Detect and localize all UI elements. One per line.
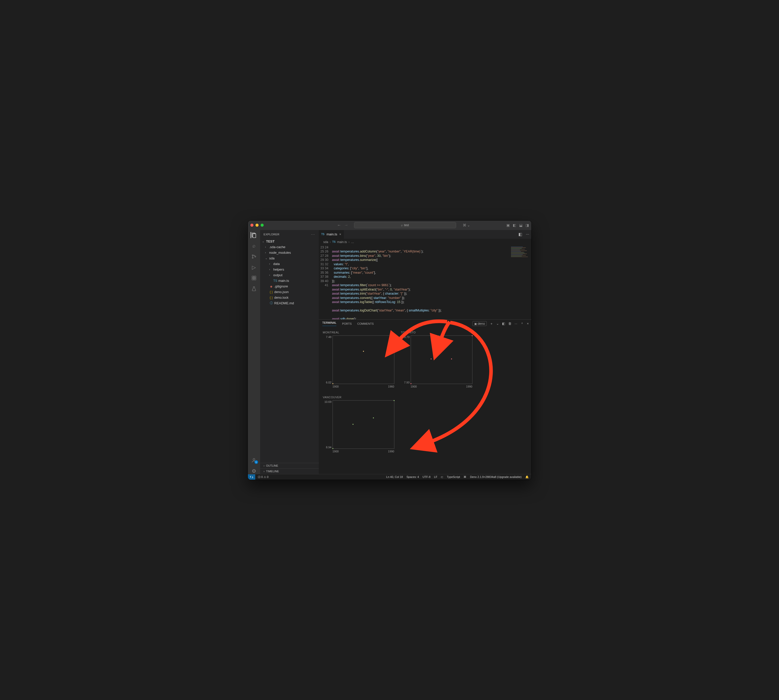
remote-indicator[interactable]: [248, 474, 255, 480]
zoom-window-button[interactable]: [261, 223, 264, 227]
svg-rect-6: [252, 278, 254, 280]
svg-point-4: [255, 256, 255, 257]
svg-point-2: [252, 255, 253, 255]
terminal-task[interactable]: ▣ deno: [473, 321, 487, 326]
tree-item[interactable]: ◈.gitignore: [260, 283, 319, 289]
file-tree: ⌄TEST ›.sda-cache›node_modules⌄sda›data›…: [260, 239, 319, 463]
panel-left-icon[interactable]: ◧: [513, 223, 516, 227]
vscode-window: ← → ⌕ test ⌘ ⌄ ▣ ◧ ⬓ ◨ ⌕ ▷ ⚙: [248, 220, 532, 480]
tree-item[interactable]: ›helpers: [260, 267, 319, 272]
split-terminal-icon[interactable]: ◧: [502, 322, 505, 325]
panel-tab-comments[interactable]: COMMENTS: [357, 322, 374, 325]
run-debug-icon[interactable]: ▷: [251, 264, 257, 270]
chart-title: VANCOUVER: [323, 396, 394, 399]
split-editor-icon[interactable]: ◧: [518, 232, 522, 237]
outline-section[interactable]: ›OUTLINE: [260, 463, 319, 468]
notifications-icon[interactable]: 🔔: [525, 475, 529, 479]
search-text: test: [404, 223, 409, 227]
svg-rect-7: [254, 278, 256, 280]
explorer-title: EXPLORER: [264, 233, 280, 236]
tree-item[interactable]: { }deno.lock: [260, 295, 319, 300]
tree-item[interactable]: ›.sda-cache: [260, 244, 319, 250]
svg-point-3: [252, 257, 253, 258]
code-editor[interactable]: 23 24 25 26 27 28 29 30 31 32 33 34 35 3…: [319, 245, 531, 319]
command-center-search[interactable]: ⌕ test: [354, 222, 456, 228]
nav-back-icon[interactable]: ←: [337, 223, 341, 227]
chart-title: TORONTO: [401, 331, 473, 334]
source-control-icon[interactable]: [251, 253, 257, 260]
copilot-icon[interactable]: ⌘ ⌄: [463, 223, 470, 227]
tree-item[interactable]: ⓘREADME.md: [260, 300, 319, 306]
prettier-icon[interactable]: ⸦: [441, 475, 443, 479]
copilot-status-icon[interactable]: ⌘: [464, 475, 466, 479]
dot-chart: VANCOUVER 10.698.94 19001990: [323, 396, 394, 453]
language-mode[interactable]: TypeScript: [447, 475, 460, 478]
editor-area: TS main.ts × ◧ ··· sda› TS main.ts› … 23…: [319, 230, 531, 474]
encoding[interactable]: UTF-8: [423, 475, 430, 478]
editor-tabs: TS main.ts × ◧ ···: [319, 230, 531, 239]
tree-item[interactable]: ›node_modules: [260, 250, 319, 255]
explorer-more-icon[interactable]: ···: [311, 233, 315, 236]
activity-bar: ⌕ ▷ ⚙: [248, 230, 260, 474]
status-bar: ⓧ 0 ⚠ 0 Ln 40, Col 18 Spaces: 4 UTF-8 LF…: [248, 474, 531, 480]
tree-item[interactable]: TSmain.ts: [260, 278, 319, 283]
nav-arrows: ← →: [337, 223, 348, 227]
deno-version[interactable]: Deno 2.1.9+28834a8 (Upgrade available): [470, 475, 521, 478]
minimap[interactable]: [511, 247, 530, 267]
new-terminal-icon[interactable]: ＋: [490, 322, 493, 326]
search-icon: ⌕: [401, 223, 403, 227]
testing-icon[interactable]: [251, 286, 257, 292]
panel-tabs: TERMINAL PORTS COMMENTS ▣ deno ＋ ⌄ ◧ 🗑 ·…: [319, 320, 531, 328]
more-editor-icon[interactable]: ···: [526, 232, 529, 237]
close-tab-icon[interactable]: ×: [339, 232, 341, 236]
panel-right-icon[interactable]: ◨: [526, 223, 529, 227]
timeline-section[interactable]: ›TIMELINE: [260, 468, 319, 474]
breadcrumbs[interactable]: sda› TS main.ts› …: [319, 239, 531, 245]
extensions-icon[interactable]: [251, 275, 257, 281]
eol[interactable]: LF: [434, 475, 438, 478]
maximize-panel-icon[interactable]: ＾: [521, 322, 524, 326]
problems-indicator[interactable]: ⓧ 0 ⚠ 0: [258, 475, 268, 479]
layout-icon[interactable]: ▣: [506, 223, 510, 227]
workspace-root[interactable]: ⌄TEST: [260, 239, 319, 244]
tab-label: main.ts: [326, 232, 337, 236]
bottom-panel: TERMINAL PORTS COMMENTS ▣ deno ＋ ⌄ ◧ 🗑 ·…: [319, 319, 531, 474]
panel-tab-ports[interactable]: PORTS: [342, 322, 352, 325]
tree-item[interactable]: { }deno.json: [260, 289, 319, 295]
close-window-button[interactable]: [250, 223, 253, 227]
explorer-icon[interactable]: [251, 232, 257, 238]
svg-rect-5: [252, 276, 254, 278]
svg-rect-1: [253, 233, 256, 238]
tree-item[interactable]: ›data: [260, 261, 319, 267]
panel-tab-terminal[interactable]: TERMINAL: [322, 321, 337, 326]
terminal-more-icon[interactable]: ···: [514, 322, 518, 325]
terminal-dropdown-icon[interactable]: ⌄: [496, 322, 499, 325]
ts-file-icon: TS: [321, 233, 325, 236]
search-activity-icon[interactable]: ⌕: [251, 243, 257, 249]
svg-point-9: [253, 458, 255, 460]
indentation[interactable]: Spaces: 4: [406, 475, 419, 478]
dot-chart: TORONTO 9.737.93 19001990: [401, 331, 473, 388]
settings-gear-icon[interactable]: ⚙: [251, 468, 257, 474]
window-controls: [250, 223, 264, 227]
tab-main-ts[interactable]: TS main.ts ×: [319, 230, 344, 239]
chart-title: MONTREAL: [323, 331, 394, 334]
minimize-window-button[interactable]: [255, 223, 258, 227]
svg-rect-8: [254, 276, 256, 278]
terminal-output[interactable]: MONTREAL 7.486.02 19001960 TORONTO 9.737…: [319, 328, 531, 474]
panel-bottom-icon[interactable]: ⬓: [519, 223, 523, 227]
accounts-icon[interactable]: [251, 457, 257, 463]
cursor-position[interactable]: Ln 40, Col 18: [386, 475, 403, 478]
explorer-sidebar: EXPLORER ··· ⌄TEST ›.sda-cache›node_modu…: [260, 230, 319, 474]
kill-terminal-icon[interactable]: 🗑: [508, 322, 511, 325]
close-panel-icon[interactable]: ×: [527, 322, 529, 325]
nav-forward-icon[interactable]: →: [345, 223, 348, 227]
tree-item[interactable]: ⌄sda: [260, 255, 319, 261]
dot-chart: MONTREAL 7.486.02 19001960: [323, 331, 394, 388]
titlebar: ← → ⌕ test ⌘ ⌄ ▣ ◧ ⬓ ◨: [248, 220, 531, 230]
tree-item[interactable]: ›output: [260, 272, 319, 278]
